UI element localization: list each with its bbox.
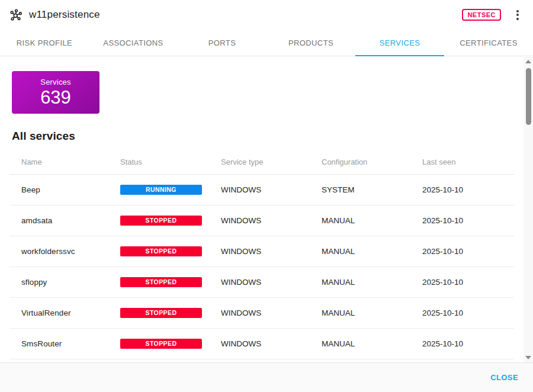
cell-configuration: MANUAL bbox=[322, 309, 422, 317]
cell-configuration: MANUAL bbox=[322, 278, 422, 287]
cell-service-name: amdsata bbox=[21, 216, 120, 225]
services-summary-card: Services 639 bbox=[12, 71, 99, 114]
cell-service-type: WINDOWS bbox=[221, 247, 322, 256]
cell-last-seen: 2025-10-10 bbox=[422, 309, 514, 317]
cell-service-type: WINDOWS bbox=[221, 185, 322, 194]
cell-service-name: SmsRouter bbox=[21, 339, 120, 348]
services-table: NameStatusService typeConfigurationLast … bbox=[9, 150, 514, 359]
status-badge: STOPPED bbox=[120, 216, 202, 226]
table-header-row: NameStatusService typeConfigurationLast … bbox=[9, 150, 514, 175]
column-header-configuration: Configuration bbox=[322, 158, 422, 166]
column-header-last-seen: Last seen bbox=[422, 158, 514, 166]
scroll-up-arrow-icon[interactable] bbox=[524, 57, 533, 66]
cell-status: STOPPED bbox=[120, 216, 221, 226]
status-badge: STOPPED bbox=[120, 339, 202, 349]
tab-associations[interactable]: ASSOCIATIONS bbox=[89, 30, 178, 56]
table-row: workfolderssvc STOPPED WINDOWS MANUAL 20… bbox=[9, 236, 514, 267]
table-row: Beep RUNNING WINDOWS SYSTEM 2025-10-10 bbox=[9, 175, 514, 205]
network-graph-icon bbox=[9, 8, 23, 21]
card-count: 639 bbox=[40, 88, 71, 108]
cell-service-type: WINDOWS bbox=[221, 339, 322, 348]
section-title: All services bbox=[12, 130, 524, 143]
vertical-scrollbar[interactable] bbox=[524, 57, 533, 362]
status-badge: RUNNING bbox=[120, 185, 202, 195]
kebab-menu-icon[interactable] bbox=[513, 8, 522, 23]
tab-risk-profile[interactable]: RISK PROFILE bbox=[0, 30, 89, 56]
cell-configuration: MANUAL bbox=[322, 339, 422, 348]
host-details-dialog: w11persistence NETSEC RISK PROFILE ASSOC… bbox=[0, 0, 533, 392]
scroll-down-arrow-icon[interactable] bbox=[524, 353, 533, 362]
scroll-content: Services 639 All services NameStatusServ… bbox=[0, 57, 524, 362]
close-button[interactable]: CLOSE bbox=[490, 373, 518, 382]
column-header-name: Name bbox=[21, 158, 120, 166]
cell-service-name: workfolderssvc bbox=[21, 247, 120, 256]
cell-service-type: WINDOWS bbox=[221, 309, 322, 317]
cell-last-seen: 2025-10-10 bbox=[422, 216, 514, 225]
table-row: sfloppy STOPPED WINDOWS MANUAL 2025-10-1… bbox=[9, 267, 514, 298]
scrollbar-thumb[interactable] bbox=[526, 68, 531, 125]
cell-status: STOPPED bbox=[120, 339, 221, 349]
tab-bar: RISK PROFILE ASSOCIATIONS PORTS PRODUCTS… bbox=[0, 30, 533, 56]
table-row: amdsata STOPPED WINDOWS MANUAL 2025-10-1… bbox=[9, 205, 514, 236]
tab-ports[interactable]: PORTS bbox=[178, 30, 266, 56]
tab-products[interactable]: PRODUCTS bbox=[266, 30, 355, 56]
netsec-badge: NETSEC bbox=[462, 9, 501, 21]
cell-last-seen: 2025-10-10 bbox=[422, 278, 514, 287]
table-row: VirtualRender STOPPED WINDOWS MANUAL 202… bbox=[9, 298, 514, 329]
header-actions: NETSEC bbox=[462, 8, 522, 23]
cell-service-name: sfloppy bbox=[21, 278, 120, 287]
tab-label: SERVICES bbox=[380, 38, 420, 47]
tab-services[interactable]: SERVICES bbox=[355, 30, 444, 56]
cell-last-seen: 2025-10-10 bbox=[422, 185, 514, 194]
content-area: Services 639 All services NameStatusServ… bbox=[0, 57, 533, 362]
cell-configuration: MANUAL bbox=[322, 216, 422, 225]
cell-status: STOPPED bbox=[120, 277, 221, 287]
page-title: w11persistence bbox=[29, 9, 100, 21]
cell-service-name: Beep bbox=[21, 185, 120, 194]
status-badge: STOPPED bbox=[120, 246, 202, 256]
tab-label: PRODUCTS bbox=[288, 38, 333, 47]
table-row: SmsRouter STOPPED WINDOWS MANUAL 2025-10… bbox=[9, 329, 514, 359]
cell-service-type: WINDOWS bbox=[221, 216, 322, 225]
status-badge: STOPPED bbox=[120, 277, 202, 287]
status-badge: STOPPED bbox=[120, 308, 202, 318]
cell-last-seen: 2025-10-10 bbox=[422, 247, 514, 256]
tab-label: RISK PROFILE bbox=[17, 38, 72, 47]
card-label: Services bbox=[40, 78, 70, 86]
cell-configuration: MANUAL bbox=[322, 247, 422, 256]
dialog-footer: CLOSE bbox=[0, 362, 533, 392]
cell-status: STOPPED bbox=[120, 246, 221, 256]
dialog-header: w11persistence NETSEC bbox=[0, 0, 533, 30]
column-header-status: Status bbox=[120, 158, 221, 166]
cell-last-seen: 2025-10-10 bbox=[422, 339, 514, 348]
column-header-service-type: Service type bbox=[221, 158, 322, 166]
tab-label: ASSOCIATIONS bbox=[103, 38, 163, 47]
cell-status: STOPPED bbox=[120, 308, 221, 318]
cell-configuration: SYSTEM bbox=[322, 185, 422, 194]
tab-certificates[interactable]: CERTIFICATES bbox=[444, 30, 533, 56]
tab-label: PORTS bbox=[208, 38, 236, 47]
tab-label: CERTIFICATES bbox=[460, 38, 518, 47]
cell-status: RUNNING bbox=[120, 185, 221, 195]
cell-service-type: WINDOWS bbox=[221, 278, 322, 287]
table-body: Beep RUNNING WINDOWS SYSTEM 2025-10-10 a… bbox=[9, 175, 514, 359]
cell-service-name: VirtualRender bbox=[21, 309, 120, 317]
